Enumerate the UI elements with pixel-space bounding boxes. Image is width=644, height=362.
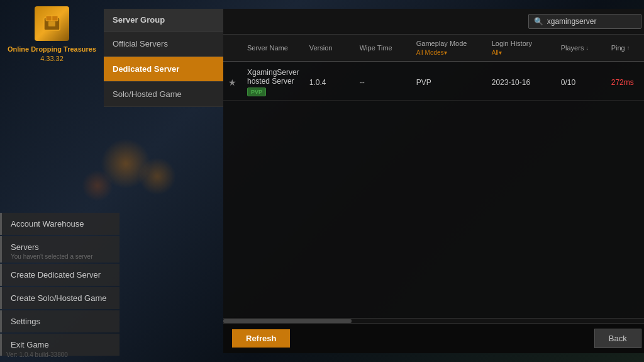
table-header: Server Name Version Wipe Time Gameplay M…: [223, 35, 644, 62]
tabs-panel: Server Group Official Servers Dedicated …: [104, 9, 223, 107]
tab-dedicated-server[interactable]: Dedicated Server: [104, 57, 223, 82]
th-players[interactable]: Players ↓: [556, 40, 606, 56]
ping-sort-icon: ↑: [627, 45, 630, 51]
td-fav[interactable]: ★: [223, 77, 242, 88]
server-list-header: 🔍: [223, 9, 644, 35]
th-wipe-time: Wipe Time: [355, 40, 411, 56]
table-row[interactable]: ★ XgamingServer hosted Server PVP 1.0.4 …: [223, 64, 644, 101]
tab-solo-hosted-label: Solo/Hosted Game: [113, 89, 182, 99]
sidebar-label-exit: Exit Game: [11, 340, 49, 349]
tab-dedicated-server-label: Dedicated Server: [113, 64, 179, 74]
search-icon: 🔍: [534, 17, 543, 26]
search-input[interactable]: [547, 17, 636, 26]
bottom-bar: Refresh Back: [223, 323, 644, 353]
content-area: Server Group Official Servers Dedicated …: [104, 9, 638, 353]
favorite-star-icon[interactable]: ★: [228, 77, 236, 88]
td-login-history: 2023-10-16: [487, 78, 556, 87]
sidebar-label-account-warehouse: Account Warehouse: [11, 219, 84, 229]
pvp-badge: PVP: [247, 88, 266, 96]
sidebar-item-create-solo-hosted[interactable]: Create Solo/Hosted Game: [0, 287, 119, 309]
sidebar-item-account-warehouse[interactable]: Account Warehouse: [0, 213, 119, 235]
sidebar-label-create-dedicated: Create Dedicated Server: [11, 270, 101, 280]
main-panel: Server Group Official Servers Dedicated …: [104, 9, 638, 353]
search-box[interactable]: 🔍: [528, 14, 641, 29]
th-version: Version: [304, 40, 355, 56]
table-row-container: ★ XgamingServer hosted Server PVP 1.0.4 …: [223, 62, 644, 103]
bottom-scrollbar[interactable]: [223, 318, 644, 323]
td-wipe-time: --: [355, 78, 411, 87]
login-history-filter: All▾: [492, 49, 502, 56]
sidebar-label-servers: Servers: [11, 242, 39, 252]
sidebar-label-settings: Settings: [11, 317, 40, 326]
tab-official-servers-label: Official Servers: [113, 39, 168, 48]
sidebar-item-servers[interactable]: Servers You haven't selected a server: [0, 236, 119, 263]
sidebar-menu: Account Warehouse Servers You haven't se…: [0, 213, 104, 362]
server-list-panel: 🔍 Server Name Version Wipe Time Gameplay…: [223, 9, 644, 353]
back-button[interactable]: Back: [594, 329, 641, 348]
td-gameplay-mode: PVP: [411, 78, 487, 87]
refresh-button[interactable]: Refresh: [232, 329, 290, 348]
game-title: Online Dropping Treasures: [8, 45, 96, 54]
game-version: 4.33.32: [40, 55, 64, 62]
th-server-name: Server Name: [242, 40, 304, 56]
th-ping[interactable]: Ping ↑: [606, 40, 644, 56]
th-login-history[interactable]: Login History All▾: [487, 40, 556, 56]
sidebar-item-create-dedicated-server[interactable]: Create Dedicated Server: [0, 264, 119, 286]
logo-icon: [41, 13, 63, 35]
td-server-name: XgamingServer hosted Server PVP: [242, 68, 304, 96]
server-group-header: Server Group: [104, 9, 223, 31]
th-gameplay-mode[interactable]: Gameplay Mode All Modes▾: [411, 40, 487, 56]
tab-official-servers[interactable]: Official Servers: [104, 31, 223, 57]
td-version: 1.0.4: [304, 78, 355, 87]
game-logo: [35, 6, 69, 41]
svg-rect-3: [48, 21, 55, 26]
version-text: Ver: 1.0.4 build-33800: [6, 351, 68, 358]
scrollbar-thumb: [223, 319, 352, 323]
left-column: Server Group Official Servers Dedicated …: [104, 9, 223, 353]
gameplay-mode-filter: All Modes▾: [416, 49, 447, 56]
td-ping: 272ms: [606, 78, 644, 87]
server-table: ★ XgamingServer hosted Server PVP 1.0.4 …: [223, 62, 644, 318]
server-name-cell: XgamingServer hosted Server PVP: [247, 68, 299, 96]
players-sort-icon: ↓: [586, 45, 589, 51]
th-fav: [223, 40, 242, 56]
sidebar-label-create-solo: Create Solo/Hosted Game: [11, 293, 106, 303]
server-name-text: XgamingServer hosted Server: [247, 68, 299, 86]
sidebar: Online Dropping Treasures 4.33.32 Accoun…: [0, 0, 104, 362]
tab-solo-hosted-game[interactable]: Solo/Hosted Game: [104, 82, 223, 107]
sidebar-item-settings[interactable]: Settings: [0, 310, 119, 332]
td-players: 0/10: [556, 78, 606, 87]
sidebar-servers-sub: You haven't selected a server: [11, 253, 111, 260]
